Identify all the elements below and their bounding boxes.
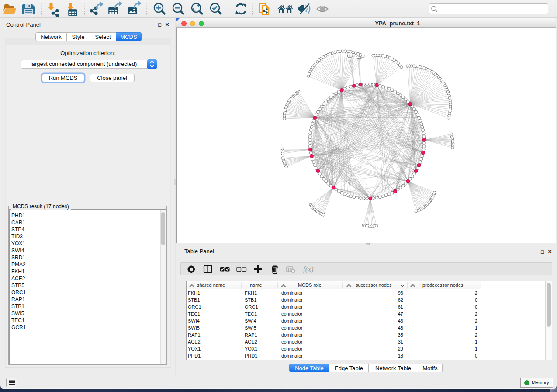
svg-text:name: name — [250, 282, 262, 288]
svg-text:predecessor nodes: predecessor nodes — [422, 282, 464, 288]
svg-text:MCDS role: MCDS role — [298, 282, 322, 288]
svg-text:f(x): f(x) — [303, 265, 314, 273]
svg-text:shared name: shared name — [197, 282, 225, 288]
svg-text:successor nodes: successor nodes — [356, 282, 392, 288]
